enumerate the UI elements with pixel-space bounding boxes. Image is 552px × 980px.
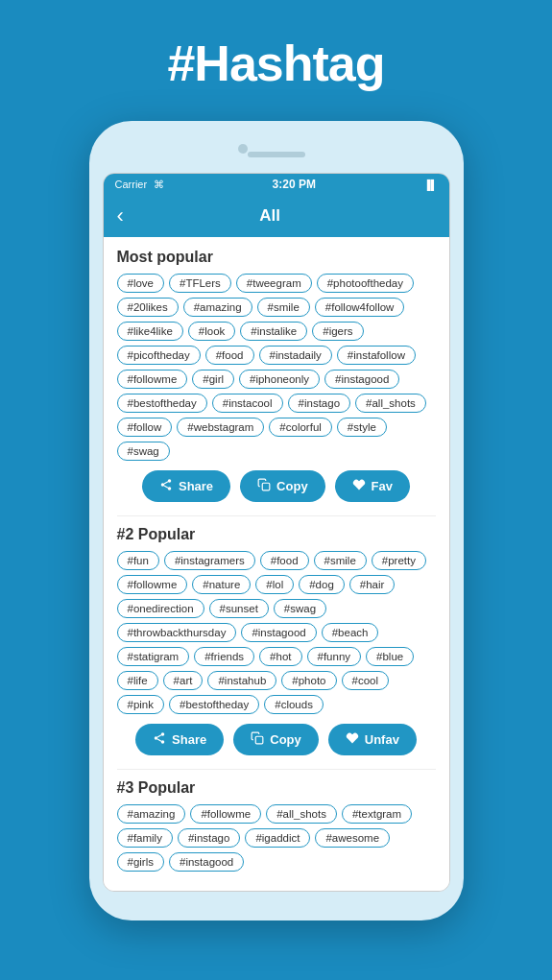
hashtag-cloud-2: #amazing#followme#all_shots#textgram#fam…	[117, 804, 436, 872]
hashtag-chip-1-4[interactable]: #pretty	[372, 551, 426, 570]
hashtag-chip-0-21[interactable]: #instacool	[212, 394, 283, 413]
copy-label-1: Copy	[270, 732, 301, 747]
hashtag-chip-1-12[interactable]: #swag	[274, 599, 326, 618]
hashtag-cloud-1: #fun#instagramers#food#smile#pretty#foll…	[117, 551, 436, 714]
hashtag-chip-1-23[interactable]: #instahub	[207, 671, 276, 690]
hashtag-chip-0-2[interactable]: #tweegram	[236, 274, 312, 293]
hashtag-chip-0-26[interactable]: #colorful	[269, 418, 331, 437]
unfav-label-1: Unfav	[365, 732, 399, 747]
section-title-0: Most popular	[117, 249, 436, 266]
hashtag-chip-1-6[interactable]: #nature	[192, 575, 251, 594]
phone-screen: Carrier ⌘ 3:20 PM ▐▌ ‹ All Most popular#…	[103, 173, 450, 892]
hashtag-chip-1-10[interactable]: #onedirection	[117, 599, 204, 618]
hashtag-chip-1-22[interactable]: #art	[163, 671, 204, 690]
section-most-popular: Most popular#love#TFLers#tweegram#photoo…	[117, 249, 436, 516]
hashtag-chip-1-8[interactable]: #dog	[299, 575, 345, 594]
hashtag-chip-0-25[interactable]: #webstagram	[177, 418, 264, 437]
hashtag-chip-0-12[interactable]: #picoftheday	[117, 346, 201, 365]
hashtag-chip-0-9[interactable]: #look	[188, 322, 236, 341]
hashtag-chip-0-4[interactable]: #20likes	[117, 298, 179, 317]
hashtag-chip-2-7[interactable]: #awesome	[315, 828, 390, 848]
hashtag-chip-0-5[interactable]: #amazing	[183, 298, 252, 317]
action-row-1: ShareCopyUnfav	[117, 724, 436, 755]
hashtag-chip-0-14[interactable]: #instadaily	[259, 346, 332, 365]
hashtag-chip-1-7[interactable]: #lol	[255, 575, 294, 594]
status-bar: Carrier ⌘ 3:20 PM ▐▌	[104, 174, 449, 195]
hashtag-chip-0-7[interactable]: #follow4follow	[315, 298, 405, 317]
hashtag-chip-0-0[interactable]: #love	[117, 274, 165, 293]
hashtag-chip-1-19[interactable]: #funny	[307, 647, 362, 666]
wifi-icon: ⌘	[154, 179, 164, 190]
hashtag-chip-1-1[interactable]: #instagramers	[164, 551, 255, 570]
hashtag-chip-0-10[interactable]: #instalike	[240, 322, 307, 341]
hashtag-chip-1-2[interactable]: #food	[260, 551, 309, 570]
fav-label-0: Fav	[372, 479, 393, 493]
svg-point-0	[168, 479, 172, 483]
section-divider	[117, 769, 436, 770]
share-button-0[interactable]: Share	[142, 470, 230, 502]
hashtag-chip-1-3[interactable]: #smile	[314, 551, 367, 570]
svg-point-6	[161, 732, 165, 736]
hashtag-chip-2-4[interactable]: #family	[117, 828, 173, 848]
hashtag-chip-2-1[interactable]: #followme	[190, 804, 261, 824]
hashtag-chip-0-8[interactable]: #like4like	[117, 322, 183, 341]
svg-point-1	[161, 483, 165, 487]
hashtag-chip-0-22[interactable]: #instago	[288, 394, 350, 413]
hashtag-chip-1-14[interactable]: #instagood	[241, 623, 316, 642]
hashtag-chip-1-20[interactable]: #blue	[366, 647, 414, 666]
hashtag-chip-2-5[interactable]: #instago	[178, 828, 240, 848]
hashtag-chip-2-2[interactable]: #all_shots	[266, 804, 337, 824]
hashtag-chip-0-18[interactable]: #iphoneonly	[239, 370, 320, 389]
hashtag-chip-1-26[interactable]: #pink	[117, 695, 165, 714]
hashtag-chip-1-24[interactable]: #photo	[281, 671, 336, 690]
svg-point-2	[168, 487, 172, 490]
hashtag-chip-0-3[interactable]: #photooftheday	[317, 274, 414, 293]
hashtag-chip-1-25[interactable]: #cool	[342, 671, 390, 690]
section-2-popular: #2 Popular#fun#instagramers#food#smile#p…	[117, 526, 436, 770]
hashtag-chip-0-16[interactable]: #followme	[117, 370, 188, 389]
hashtag-chip-2-0[interactable]: #amazing	[117, 804, 186, 824]
back-button[interactable]: ‹	[117, 203, 124, 228]
hashtag-chip-0-13[interactable]: #food	[205, 346, 254, 365]
action-row-0: ShareCopyFav	[117, 470, 436, 502]
copy-button-1[interactable]: Copy	[233, 724, 319, 755]
hashtag-chip-0-1[interactable]: #TFLers	[169, 274, 231, 293]
svg-line-10	[157, 735, 161, 737]
fav-button-0[interactable]: Fav	[335, 470, 410, 502]
hashtag-chip-0-15[interactable]: #instafollow	[337, 346, 416, 365]
svg-point-8	[161, 740, 165, 744]
hashtag-chip-1-15[interactable]: #beach	[322, 623, 379, 642]
hashtag-chip-1-9[interactable]: #hair	[349, 575, 396, 594]
hashtag-chip-2-9[interactable]: #instagood	[169, 852, 244, 872]
hashtag-chip-0-11[interactable]: #igers	[312, 322, 363, 341]
hashtag-chip-1-5[interactable]: #followme	[117, 575, 188, 594]
hashtag-chip-1-28[interactable]: #clouds	[264, 695, 324, 714]
hashtag-chip-1-21[interactable]: #life	[117, 671, 158, 690]
hashtag-cloud-0: #love#TFLers#tweegram#photooftheday#20li…	[117, 274, 436, 461]
hashtag-chip-0-23[interactable]: #all_shots	[355, 394, 426, 413]
hashtag-chip-2-8[interactable]: #girls	[117, 852, 164, 872]
hashtag-chip-1-0[interactable]: #fun	[117, 551, 159, 570]
hashtag-chip-0-24[interactable]: #follow	[117, 418, 173, 437]
share-label-1: Share	[172, 732, 206, 747]
heart-icon	[346, 731, 359, 748]
status-time: 3:20 PM	[273, 178, 316, 191]
hashtag-chip-1-11[interactable]: #sunset	[209, 599, 269, 618]
hashtag-chip-0-20[interactable]: #bestoftheday	[117, 394, 207, 413]
hashtag-chip-1-27[interactable]: #bestoftheday	[169, 695, 259, 714]
section-title-2: #3 Popular	[117, 779, 436, 797]
hashtag-chip-0-28[interactable]: #swag	[117, 442, 170, 461]
hashtag-chip-2-3[interactable]: #textgram	[342, 804, 412, 824]
hashtag-chip-0-19[interactable]: #instagood	[324, 370, 399, 389]
hashtag-chip-1-18[interactable]: #hot	[259, 647, 301, 666]
unfav-button-1[interactable]: Unfav	[328, 724, 417, 755]
hashtag-chip-2-6[interactable]: #igaddict	[245, 828, 310, 848]
share-button-1[interactable]: Share	[135, 724, 224, 755]
hashtag-chip-1-13[interactable]: #throwbackthursday	[117, 623, 237, 642]
hashtag-chip-1-16[interactable]: #statigram	[117, 647, 190, 666]
hashtag-chip-0-27[interactable]: #style	[337, 418, 387, 437]
copy-button-0[interactable]: Copy	[240, 470, 325, 502]
hashtag-chip-0-17[interactable]: #girl	[192, 370, 234, 389]
hashtag-chip-0-6[interactable]: #smile	[257, 298, 310, 317]
hashtag-chip-1-17[interactable]: #friends	[194, 647, 254, 666]
